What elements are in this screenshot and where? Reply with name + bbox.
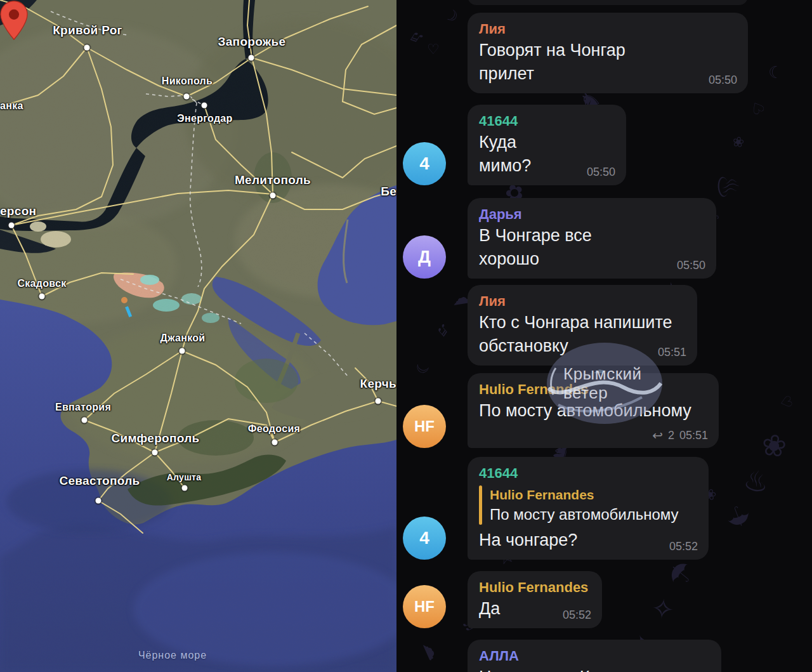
map-label-be-partial: Бе [381,185,396,199]
message-time: 05:50 [587,166,615,179]
reply-count-icon[interactable]: ↩ [652,428,663,443]
map-label-simferopol: Симферополь [111,432,199,445]
message-bubble[interactable]: Дарья В Чонгаре все хорошо 05:50 [468,198,716,279]
map-label-feodosia: Феодосия [248,423,300,435]
city-dot [84,45,90,51]
sender-name[interactable]: Лия [479,20,737,39]
city-dot [249,55,254,61]
message-time: 05:52 [563,609,591,622]
reply-count[interactable]: 2 [668,429,674,442]
map-label-sevastopol: Севастополь [59,474,140,488]
city-dot [180,348,185,354]
sender-name[interactable]: Hulio Fernandes [479,578,591,597]
city-dot [152,450,158,456]
map-label-melitopol: Мелитополь [235,173,311,187]
map-label-black-sea: Чёрное море [138,650,207,661]
reply-quote-bar [479,485,482,525]
avatar[interactable]: HF [403,585,446,628]
avatar[interactable]: Д [403,235,446,279]
map-label-krivoy-rog: Кривой Рог [53,23,122,37]
message-meta: ↩ 2 05:51 [652,428,708,443]
map-label-kerch: Керчь [360,377,396,391]
map-canvas[interactable]: Кривой Рог Запорожье Никополь Энергодар … [0,0,396,672]
reply-quote-text: По мосту автомобильному [490,504,679,525]
city-dot [376,399,381,404]
message-bubble[interactable]: 41644 Куда мимо? 05:50 [468,105,626,185]
map-label-nikopol: Никополь [162,76,213,87]
city-dot [9,223,15,228]
avatar[interactable]: 4 [403,142,446,185]
map-label-energodar: Энергодар [177,113,232,124]
map-label-anka-partial: анка [0,100,23,112]
message-bubble[interactable]: Лия Говорят на Чонгар прилет 05:50 [468,13,748,93]
city-dot [82,418,88,423]
city-dot [184,94,190,100]
city-dot [39,294,45,300]
message-row: 4 41644 Куда мимо? 05:50 [396,105,812,185]
avatar[interactable]: HF [403,405,446,448]
message-row: АЛЛА На въезде в Крым разворачивают всех… [396,640,812,672]
sender-name[interactable]: Дарья [479,205,705,224]
sender-name[interactable]: Лия [479,292,686,311]
message-bubble[interactable]: АЛЛА На въезде в Крым разворачивают всех… [468,640,721,672]
map-label-zaporozhye: Запорожье [218,35,286,49]
map-label-evpatoria: Евпатория [55,402,111,413]
message-time: 05:50 [709,74,737,87]
screenshot-stage: Кривой Рог Запорожье Никополь Энергодар … [0,0,812,672]
map-label-kherson-partial: ерсон [0,204,36,218]
message-row: Д Дарья В Чонгаре все хорошо 05:50 [396,198,812,279]
reply-quote-sender: Hulio Fernandes [490,485,679,504]
sender-name[interactable]: 41644 [479,112,615,131]
message-time: 05:50 [677,259,705,272]
channel-watermark: Крымский ветер [547,343,662,424]
avatar[interactable]: 4 [403,517,446,560]
reply-quote[interactable]: Hulio Fernandes По мосту автомобильному [479,485,697,525]
message-row: Лия Говорят на Чонгар прилет 05:50 [396,13,812,93]
city-dot [270,193,276,199]
city-dot [202,103,207,109]
message-row: HF Hulio Fernandes Да 05:52 [396,571,812,628]
message-text: В Чонгаре все хорошо [479,224,705,271]
watermark-wave [547,343,662,424]
message-text: На въезде в Крым [479,666,710,672]
city-dot [96,498,102,504]
message-time: 05:51 [658,346,686,359]
map-pin[interactable] [0,0,28,41]
map-label-dzhankoy: Джанкой [160,333,205,344]
city-dot [182,485,188,491]
telegram-chat-panel[interactable]: ♡☆♪☂☾✉⚓♨♬✿✦❀☁♞✧♡☆♪☂☾✉⚓♨♬✿✦❀☁♞✧♡☆♪☂☾✉⚓♨♬✿… [396,0,812,672]
city-dot [272,440,278,445]
message-text: На чонгаре? [479,529,697,552]
sender-name[interactable]: 41644 [479,464,697,483]
message-row: 4 41644 Hulio Fernandes По мосту автомоб… [396,457,812,560]
map-label-alushta: Алушта [167,472,202,482]
message-text: Кто с Чонгара напишите [479,311,686,334]
message-time: 05:51 [679,429,708,442]
message-text: Говорят на Чонгар прилет [479,39,737,86]
message-bubble[interactable]: Hulio Fernandes Да 05:52 [468,571,602,628]
message-time: 05:52 [669,540,698,553]
map-label-skadovsk: Скадовск [17,278,66,289]
sender-name[interactable]: АЛЛА [479,647,710,666]
chat-message-list[interactable]: Лия Говорят на Чонгар прилет 05:50 4 416… [396,0,812,672]
message-bubble[interactable]: 41644 Hulio Fernandes По мосту автомобил… [468,457,709,560]
